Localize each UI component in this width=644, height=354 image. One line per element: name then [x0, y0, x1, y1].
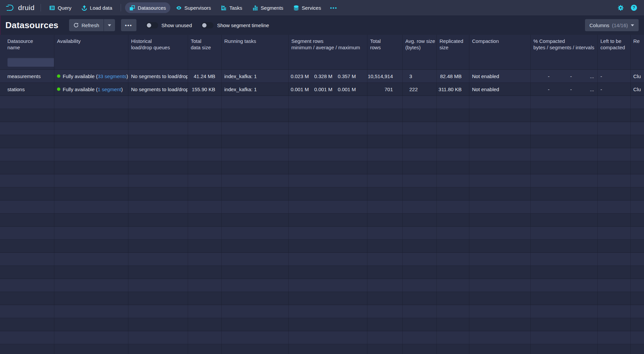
column-header-left-to-be-compacted[interactable]: Left to becompacted [598, 35, 631, 55]
segments-count-link[interactable]: 33 segments [98, 73, 126, 79]
table-cell-empty [631, 227, 644, 239]
table-row-empty [0, 96, 644, 109]
filter-cell-empty [469, 55, 531, 69]
table-cell-empty [128, 344, 188, 354]
nav-item-segments[interactable]: Segments [248, 2, 288, 13]
table-cell-empty [403, 305, 437, 318]
table-cell-empty [531, 266, 598, 279]
table-cell-empty [531, 109, 598, 122]
more-actions-button[interactable]: ••• [121, 19, 136, 31]
table-cell-empty [367, 318, 403, 331]
table-cell-empty [631, 135, 644, 148]
nav-item-supervisors[interactable]: Supervisors [172, 2, 215, 13]
nav-more-button[interactable]: ••• [327, 2, 341, 13]
table-cell-empty [631, 344, 644, 354]
druid-logo[interactable]: druid [5, 4, 37, 12]
table-cell-empty [531, 292, 598, 305]
table-cell-empty [631, 161, 644, 174]
table-cell-empty [367, 161, 403, 174]
show-segment-timeline-toggle[interactable]: Show segment timeline [201, 22, 269, 28]
column-header-availability[interactable]: Availability [54, 35, 128, 55]
table-cell-empty [531, 305, 598, 318]
nav-item-tasks[interactable]: Tasks [217, 2, 246, 13]
refresh-button[interactable]: Refresh [69, 19, 104, 31]
nav-item-label: Segments [261, 5, 284, 11]
column-header-total-data-size[interactable]: Totaldata size [188, 35, 222, 55]
columns-picker-button[interactable]: Columns (14/16) [585, 19, 639, 31]
column-header-historical-queues[interactable]: Historicalload/drop queues [128, 35, 188, 55]
refresh-interval-dropdown[interactable] [104, 19, 115, 31]
column-header-segment-rows[interactable]: Segment rowsminimum / average / maximum [289, 35, 367, 55]
filter-cell-empty [289, 55, 367, 69]
table-cell-empty [188, 227, 222, 239]
table-cell-empty [469, 318, 531, 331]
nav-item-label: Query [58, 5, 71, 11]
table-cell-empty [54, 109, 128, 122]
nav-divider [41, 4, 41, 11]
table-cell-empty [598, 174, 631, 187]
stacked-chart-icon [252, 5, 258, 11]
table-cell-empty [469, 187, 531, 200]
table-cell-empty [222, 253, 289, 266]
datasource-name-cell[interactable]: stations [4, 83, 54, 96]
table-cell-empty [631, 96, 644, 109]
refresh-icon [73, 22, 79, 28]
table-cell-empty [222, 200, 289, 213]
table-cell-empty [128, 174, 188, 187]
nav-item-datasources[interactable]: Datasources [125, 2, 170, 13]
table-cell-empty [128, 135, 188, 148]
column-header-retention[interactable]: Re [631, 35, 644, 55]
table-cell-empty [469, 96, 531, 109]
table-cell-empty [54, 227, 128, 239]
avg-row-size-cell: 222 [403, 83, 437, 96]
table-cell-empty [437, 109, 469, 122]
column-header-replicated-size[interactable]: Replicatedsize [437, 35, 469, 55]
pct-compacted-cell: --... [531, 70, 598, 82]
table-cell-empty [188, 253, 222, 266]
table-cell-empty [403, 135, 437, 148]
table-filter-row [0, 55, 644, 70]
table-cell-empty [128, 161, 188, 174]
nav-item-query[interactable]: Query [45, 2, 76, 13]
table-cell-empty [222, 331, 289, 344]
column-header-compaction[interactable]: Compaction [469, 35, 531, 55]
show-unused-toggle[interactable]: Show unused [146, 22, 192, 28]
table-cell-empty [128, 122, 188, 135]
table-row-empty [0, 187, 644, 200]
table-cell-empty [403, 344, 437, 354]
table-cell-empty [531, 122, 598, 135]
table-cell-empty [469, 279, 531, 292]
load-drop-queues-cell: No segments to load/drop [128, 83, 188, 96]
table-cell-empty [188, 200, 222, 213]
column-header-total-rows[interactable]: Totalrows [367, 35, 403, 55]
table-cell-empty [54, 279, 128, 292]
nav-item-label: Datasources [138, 5, 166, 11]
column-header-avg-row-size[interactable]: Avg. row size(bytes) [403, 35, 437, 55]
settings-gear-icon[interactable] [618, 5, 624, 11]
column-header-datasource-name[interactable]: Datasourcename [4, 35, 54, 55]
table-row-measurements[interactable]: measurements Fully available (33 segment… [0, 70, 644, 83]
table-cell-empty [289, 109, 367, 122]
column-header-pct-compacted[interactable]: % Compactedbytes / segments / intervals [531, 35, 598, 55]
table-cell-empty [437, 96, 469, 109]
table-row-stations[interactable]: stations Fully available (1 segment) No … [0, 83, 644, 96]
table-cell-empty [222, 344, 289, 354]
nav-item-label: Supervisors [184, 5, 211, 11]
table-cell-empty [598, 109, 631, 122]
table-cell-empty [222, 122, 289, 135]
svg-text:?: ? [633, 5, 635, 10]
segments-count-link[interactable]: 1 segment [98, 86, 121, 92]
datasource-name-cell[interactable]: measurements [4, 70, 54, 82]
table-cell-empty [469, 135, 531, 148]
table-cell-empty [128, 227, 188, 239]
help-icon[interactable]: ? [631, 4, 637, 11]
nav-item-load-data[interactable]: Load data [77, 2, 117, 13]
column-header-running-tasks[interactable]: Running tasks [222, 35, 289, 55]
table-cell-empty [128, 240, 188, 252]
running-tasks-cell: index_kafka: 1 [222, 70, 289, 82]
table-cell-empty [188, 292, 222, 305]
datasource-filter-input[interactable] [7, 58, 54, 67]
table-cell-empty [531, 187, 598, 200]
nav-item-services[interactable]: Services [289, 2, 326, 13]
table-cell-empty [222, 279, 289, 292]
